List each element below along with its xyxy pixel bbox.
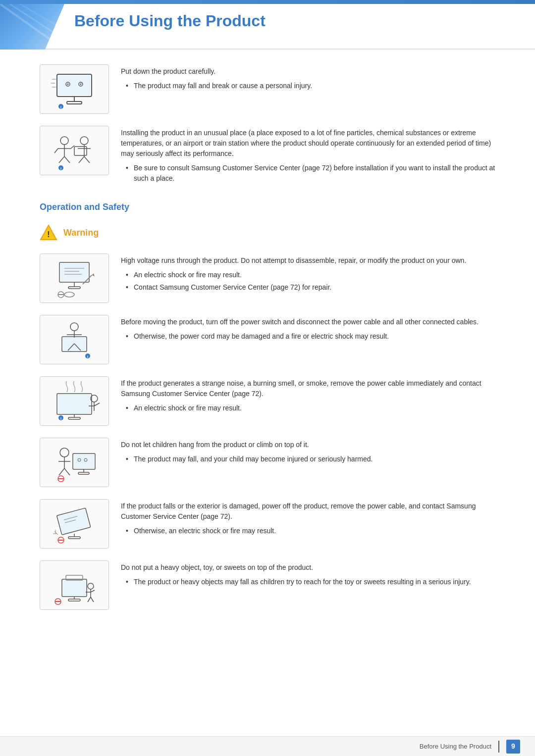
icon-product-falls <box>40 499 109 549</box>
svg-point-16 <box>60 137 68 145</box>
bullet-children-0: The product may fall, and your child may… <box>126 454 495 464</box>
svg-rect-74 <box>78 472 89 474</box>
warning-block: ! Warning <box>40 224 495 242</box>
svg-rect-10 <box>67 101 82 104</box>
svg-text:i: i <box>60 417 61 420</box>
section-heading-operation: Operation and Safety <box>40 201 495 214</box>
icon-svg-heavy <box>47 565 102 605</box>
svg-point-91 <box>88 583 94 589</box>
item-strange-noise: i If the product generates a strange noi… <box>40 376 495 426</box>
svg-rect-4 <box>58 75 91 96</box>
icon-svg-moving: i <box>47 320 102 359</box>
text-unusual-place: Installing the product in an unusual pla… <box>121 126 495 186</box>
bullet-heavy-0: The product or heavy objects may fall as… <box>126 577 495 587</box>
text-strange-noise: If the product generates a strange noise… <box>121 376 495 415</box>
bullets-children: The product may fall, and your child may… <box>121 454 495 464</box>
main-text-put-down: Put down the product carefully. <box>121 66 495 77</box>
footer-divider <box>498 741 499 753</box>
svg-point-7 <box>67 84 69 85</box>
svg-text:i: i <box>60 105 61 109</box>
svg-line-22 <box>71 146 74 149</box>
icon-svg-voltage <box>47 258 102 298</box>
svg-rect-39 <box>68 287 80 289</box>
svg-rect-57 <box>68 417 80 419</box>
operation-safety-section: Operation and Safety ! Warning <box>40 201 495 610</box>
item-unusual-place: i Installing the product in an unusual p… <box>40 126 495 186</box>
main-text-moving: Before moving the product, turn off the … <box>121 317 495 327</box>
svg-rect-98 <box>68 599 80 601</box>
bullet-voltage-0: An electric shock or fire may result. <box>126 270 495 280</box>
bullets-moving: Otherwise, the power cord may be damaged… <box>121 331 495 342</box>
svg-text:i: i <box>87 355 88 358</box>
warning-label: Warning <box>63 226 99 240</box>
item-high-voltage: High voltage runs through the product. D… <box>40 253 495 303</box>
page-footer: Before Using the Product 9 <box>0 736 535 756</box>
svg-line-21 <box>54 149 58 153</box>
main-text-children: Do not let children hang from the produc… <box>121 440 495 450</box>
header-blue-bar <box>0 0 535 4</box>
text-product-falls: If the product falls or the exterior is … <box>121 499 495 538</box>
svg-rect-70 <box>74 454 94 468</box>
icon-svg-falls <box>47 504 102 544</box>
svg-rect-82 <box>68 537 80 539</box>
bullet-noise-0: An electric shock or fire may result. <box>126 403 495 413</box>
icon-svg-monitor: i <box>47 69 102 109</box>
text-put-down: Put down the product carefully. The prod… <box>121 64 495 93</box>
main-text-heavy: Do not put a heavy object, toy, or sweet… <box>121 562 495 573</box>
svg-point-45 <box>70 323 78 331</box>
bullets-unusual: Be sure to consult Samsung Customer Serv… <box>121 163 495 184</box>
svg-point-8 <box>80 84 82 85</box>
icon-strange-noise: i <box>40 376 109 426</box>
footer-page-number: 9 <box>506 740 520 754</box>
bullets-heavy: The product or heavy objects may fall as… <box>121 577 495 587</box>
svg-line-63 <box>94 403 100 406</box>
icon-unusual-place: i <box>40 126 109 175</box>
svg-line-27 <box>84 156 90 163</box>
svg-rect-55 <box>58 395 91 413</box>
item-moving-product: i Before moving the product, turn off th… <box>40 315 495 364</box>
svg-marker-41 <box>92 273 95 276</box>
item-product-falls: If the product falls or the exterior is … <box>40 499 495 549</box>
icon-moving-product: i <box>40 315 109 364</box>
svg-rect-28 <box>74 147 87 155</box>
text-high-voltage: High voltage runs through the product. D… <box>121 253 495 295</box>
item-children: Do not let children hang from the produc… <box>40 438 495 487</box>
main-text-noise: If the product generates a strange noise… <box>121 378 495 399</box>
placement-section: i Put down the product carefully. The pr… <box>40 64 495 186</box>
main-text-voltage: High voltage runs through the product. D… <box>121 255 495 266</box>
item-heavy-object: Do not put a heavy object, toy, or sweet… <box>40 560 495 610</box>
page-header: Before Using the Product <box>0 0 535 50</box>
text-moving-product: Before moving the product, turn off the … <box>121 315 495 344</box>
svg-rect-78 <box>58 509 89 534</box>
svg-line-67 <box>59 468 64 475</box>
svg-line-26 <box>79 156 84 163</box>
item-put-down: i Put down the product carefully. The pr… <box>40 64 495 114</box>
svg-line-95 <box>88 597 91 602</box>
bullet-moving-0: Otherwise, the power cord may be damaged… <box>126 331 495 342</box>
bullet-put-down-0: The product may fall and break or cause … <box>126 81 495 91</box>
svg-line-94 <box>91 590 95 592</box>
warning-triangle-icon: ! <box>40 224 57 242</box>
header-left-accent <box>0 4 64 50</box>
bullets-falls: Otherwise, an electric shock or fire may… <box>121 526 495 536</box>
svg-line-68 <box>64 468 70 475</box>
bullet-unusual-0: Be sure to consult Samsung Customer Serv… <box>126 163 495 184</box>
svg-line-85 <box>54 531 58 535</box>
svg-text:!: ! <box>47 230 50 239</box>
bullets-put-down: The product may fall and break or cause … <box>121 81 495 91</box>
icon-heavy-object <box>40 560 109 610</box>
footer-text: Before Using the Product <box>420 742 491 752</box>
svg-rect-34 <box>60 263 88 281</box>
main-text-falls: If the product falls or the exterior is … <box>121 501 495 522</box>
icon-children <box>40 438 109 487</box>
svg-point-64 <box>60 448 69 457</box>
svg-point-23 <box>80 137 88 145</box>
bullets-voltage: An electric shock or fire may result. Co… <box>121 270 495 293</box>
svg-line-19 <box>59 156 64 163</box>
svg-line-96 <box>91 597 94 602</box>
icon-monitor-falling: i <box>40 64 109 114</box>
svg-line-20 <box>64 156 70 163</box>
svg-text:i: i <box>60 167 61 170</box>
text-heavy-object: Do not put a heavy object, toy, or sweet… <box>121 560 495 589</box>
svg-point-44 <box>64 292 74 297</box>
